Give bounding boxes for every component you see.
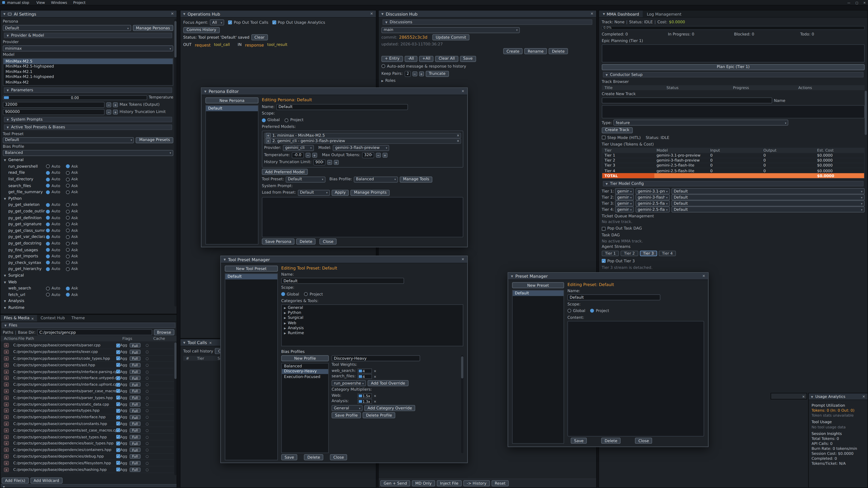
preset-manager-header[interactable]: ▼ Preset Manager ✕ [508, 273, 708, 280]
scope-global-radio[interactable] [262, 118, 266, 122]
new-tool-preset-button[interactable]: New Tool Preset [225, 266, 278, 272]
tier-provider-select[interactable]: gemini_cli▾ [615, 188, 634, 194]
ask-radio[interactable] [66, 229, 70, 232]
decrement-button[interactable]: − [106, 102, 111, 107]
increment-button[interactable]: + [312, 153, 317, 158]
ask-radio[interactable] [66, 241, 70, 246]
temperature-input[interactable] [291, 152, 304, 158]
full-button[interactable]: Full [129, 409, 141, 413]
collapsed-section-header[interactable]: ▼ [0, 484, 177, 488]
group-collapse-icon[interactable]: ▼ [4, 197, 7, 200]
full-button[interactable]: Full [129, 376, 141, 381]
ask-radio[interactable] [66, 254, 70, 258]
remove-weight-icon[interactable]: ✕ [374, 369, 376, 372]
increment-button[interactable]: + [419, 71, 424, 76]
preset-list-item[interactable]: Default [513, 291, 563, 296]
group-collapse-icon[interactable]: ▼ [4, 306, 7, 309]
keep-pairs-input[interactable] [404, 70, 410, 76]
entry-button[interactable]: +All [419, 56, 434, 62]
persona-select[interactable]: Default▾ [3, 25, 131, 31]
tier-preset-select[interactable]: Default▾ [672, 194, 865, 200]
full-button[interactable]: Full [129, 415, 141, 420]
auto-radio[interactable] [46, 209, 50, 213]
new-preset-button[interactable]: New Preset [512, 282, 564, 288]
increment-button[interactable]: + [113, 109, 118, 114]
epic-planning-textarea[interactable] [602, 44, 865, 63]
decrement-button[interactable]: − [106, 109, 111, 114]
collapse-icon[interactable]: ▼ [6, 88, 8, 92]
tier-model-select[interactable]: gemini-3-flash-preview▾ [636, 194, 670, 200]
active-presets-section-header[interactable]: ▼Active Tool Presets & Biases [4, 124, 172, 130]
save-button[interactable]: Save [281, 454, 297, 460]
agg-checkbox[interactable]: ✓ [116, 448, 120, 452]
multiplier-slider[interactable]: 1.3x [358, 398, 372, 403]
remove-file-button[interactable]: x [4, 343, 9, 348]
auto-radio[interactable] [46, 287, 50, 290]
remove-file-button[interactable]: x [4, 461, 9, 465]
full-button[interactable]: Full [129, 356, 141, 361]
collapse-icon[interactable]: ▼ [385, 21, 387, 24]
weight-slider[interactable]: 4 [358, 368, 372, 373]
collapse-icon[interactable]: ▼ [183, 12, 185, 15]
profile-name-input[interactable] [332, 355, 420, 361]
entry-button[interactable]: Clear All [435, 56, 458, 62]
ask-radio[interactable] [66, 164, 70, 168]
add-category-override-button[interactable]: Add Category Override [364, 405, 415, 411]
scrollbar-thumb[interactable] [865, 91, 867, 135]
collapse-icon[interactable]: ▼ [4, 324, 6, 327]
add-preferred-model-button[interactable]: Add Preferred Model [262, 169, 308, 175]
base-dir-input[interactable] [37, 329, 152, 335]
menu-item[interactable]: Windows [51, 0, 67, 5]
agg-checkbox[interactable]: ✓ [116, 422, 120, 426]
delete-persona-button[interactable]: Delete [296, 238, 316, 245]
scope-project-radio[interactable] [304, 292, 308, 296]
close-icon[interactable]: ✕ [209, 340, 212, 344]
ask-radio[interactable] [66, 235, 70, 239]
remove-file-button[interactable]: x [4, 395, 9, 400]
collapse-icon[interactable]: ▼ [606, 182, 608, 185]
maximize-icon[interactable]: ▢ [855, 1, 858, 4]
auto-radio[interactable] [46, 171, 50, 175]
decrement-button[interactable]: − [376, 153, 381, 158]
remove-file-button[interactable]: x [4, 383, 9, 387]
tab-log-management[interactable]: Log Management [643, 11, 685, 17]
footer-button[interactable]: -> History [463, 480, 490, 486]
collapse-icon[interactable]: ▼ [6, 125, 8, 129]
stream-tab[interactable]: Tier 3 [640, 251, 657, 256]
delete-button[interactable]: Delete [304, 454, 323, 460]
full-button[interactable]: Full [129, 448, 141, 452]
decrement-button[interactable]: − [412, 71, 417, 76]
save-persona-button[interactable]: Save Persona [262, 238, 294, 245]
full-button[interactable]: Full [129, 454, 141, 459]
auto-radio[interactable] [46, 222, 50, 226]
add-wildcard-button[interactable]: Add Wildcard [30, 477, 63, 484]
footer-button[interactable]: Reset [491, 480, 509, 486]
discussion-select[interactable]: main▾ [381, 27, 520, 33]
manage-personas-button[interactable]: Manage Personas [133, 25, 174, 31]
collapse-icon[interactable]: ▼ [183, 341, 185, 344]
create-discussion-button[interactable]: Create [503, 48, 523, 54]
remove-file-button[interactable]: x [4, 350, 9, 354]
window-close-icon[interactable]: ✕ [863, 1, 866, 4]
full-button[interactable]: Full [129, 389, 141, 394]
max-tokens-input[interactable] [3, 101, 105, 107]
stream-tab[interactable]: Tier 2 [621, 251, 638, 256]
tier-provider-select[interactable]: gemini_cli▾ [615, 206, 634, 213]
bias-profile-select[interactable]: Balanced▾ [354, 176, 398, 182]
decrement-button[interactable]: − [327, 160, 332, 165]
clear-status-button[interactable]: Clear [251, 34, 268, 40]
auto-radio[interactable] [46, 293, 50, 297]
comms-history-button[interactable]: Comms History [183, 27, 220, 33]
auto-radio[interactable] [46, 184, 50, 188]
system-prompts-section-header[interactable]: ▼System Prompts [4, 117, 172, 122]
full-button[interactable]: Full [129, 395, 141, 400]
full-button[interactable]: Full [129, 428, 141, 433]
ask-radio[interactable] [66, 209, 70, 213]
remove-file-button[interactable]: x [4, 415, 9, 420]
tool-preset-select[interactable]: Default▾ [286, 176, 326, 182]
auto-radio[interactable] [46, 261, 50, 265]
pop-out-tool-calls-checkbox[interactable]: ✓ [228, 21, 232, 24]
tier-preset-select[interactable]: Default▾ [672, 188, 865, 194]
remove-file-button[interactable]: x [4, 389, 9, 394]
auto-radio[interactable] [46, 177, 50, 181]
